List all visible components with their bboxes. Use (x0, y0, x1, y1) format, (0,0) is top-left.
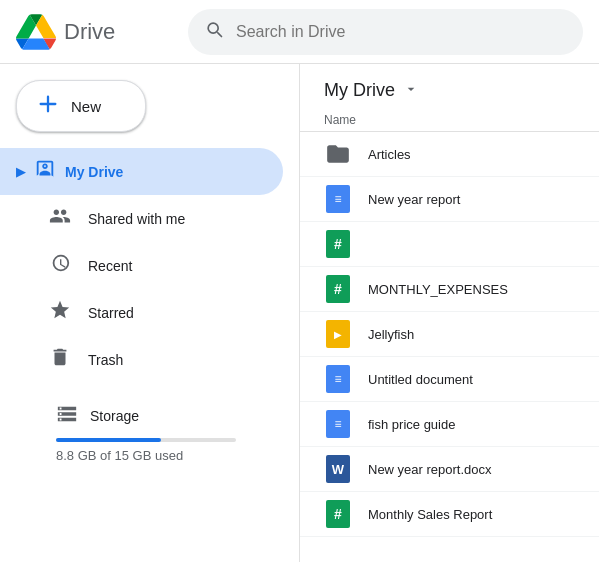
expand-arrow-icon: ▶ (16, 165, 25, 179)
docs-icon (324, 410, 352, 438)
file-name: Monthly Sales Report (368, 507, 492, 522)
file-row[interactable] (300, 222, 599, 267)
storage-section: Storage 8.8 GB of 15 GB used (0, 383, 299, 463)
chevron-down-icon[interactable] (403, 81, 419, 100)
file-name: MONTHLY_EXPENSES (368, 282, 508, 297)
folder-icon (324, 140, 352, 168)
sidebar-item-label-recent: Recent (88, 258, 132, 274)
slides-icon (324, 320, 352, 348)
file-name: Articles (368, 147, 411, 162)
plus-icon (37, 93, 59, 119)
logo-area: Drive (16, 14, 176, 50)
storage-bar-background (56, 438, 236, 442)
shared-icon (48, 205, 72, 232)
file-row[interactable]: W New year report.docx (300, 447, 599, 492)
my-drive-icon (33, 158, 57, 185)
file-row[interactable]: Articles (300, 132, 599, 177)
main-layout: New ▶ My Drive Shared with me Recent (0, 64, 599, 562)
sheets-icon (324, 500, 352, 528)
file-row[interactable]: New year report (300, 177, 599, 222)
storage-icon (56, 403, 78, 428)
file-name: Untitled document (368, 372, 473, 387)
search-bar[interactable] (188, 9, 583, 55)
file-name: fish price guide (368, 417, 455, 432)
header: Drive (0, 0, 599, 64)
search-input[interactable] (236, 23, 567, 41)
sidebar-item-shared[interactable]: Shared with me (0, 195, 283, 242)
sidebar-item-starred[interactable]: Starred (0, 289, 283, 336)
content-title: My Drive (324, 80, 395, 101)
sidebar-item-label-my-drive: My Drive (65, 164, 123, 180)
file-name: Jellyfish (368, 327, 414, 342)
search-icon (204, 19, 224, 44)
storage-used-label: 8.8 GB of 15 GB used (56, 448, 299, 463)
sidebar-item-label-shared: Shared with me (88, 211, 185, 227)
drive-logo-icon (16, 14, 56, 50)
sheets-icon (324, 230, 352, 258)
starred-icon (48, 299, 72, 326)
sidebar: New ▶ My Drive Shared with me Recent (0, 64, 300, 562)
docs-icon (324, 365, 352, 393)
file-row[interactable]: Untitled document (300, 357, 599, 402)
content-header: My Drive (300, 64, 599, 109)
sidebar-item-label-trash: Trash (88, 352, 123, 368)
trash-icon (48, 346, 72, 373)
recent-icon (48, 252, 72, 279)
storage-bar-fill (56, 438, 161, 442)
name-column-header: Name (324, 113, 356, 127)
app-title: Drive (64, 19, 115, 45)
sidebar-item-trash[interactable]: Trash (0, 336, 283, 383)
file-list-header: Name (300, 109, 599, 132)
sidebar-item-my-drive[interactable]: ▶ My Drive (0, 148, 283, 195)
new-button-label: New (71, 98, 101, 115)
docs-icon (324, 185, 352, 213)
new-button[interactable]: New (16, 80, 146, 132)
file-name: New year report (368, 192, 460, 207)
file-row[interactable]: Monthly Sales Report (300, 492, 599, 537)
storage-section-label: Storage (90, 408, 139, 424)
file-row[interactable]: fish price guide (300, 402, 599, 447)
sidebar-item-recent[interactable]: Recent (0, 242, 283, 289)
sidebar-item-label-starred: Starred (88, 305, 134, 321)
file-row[interactable]: Jellyfish (300, 312, 599, 357)
word-icon: W (324, 455, 352, 483)
file-row[interactable]: MONTHLY_EXPENSES (300, 267, 599, 312)
content-area: My Drive Name Articles New year report (300, 64, 599, 562)
sheets-icon (324, 275, 352, 303)
file-name: New year report.docx (368, 462, 492, 477)
